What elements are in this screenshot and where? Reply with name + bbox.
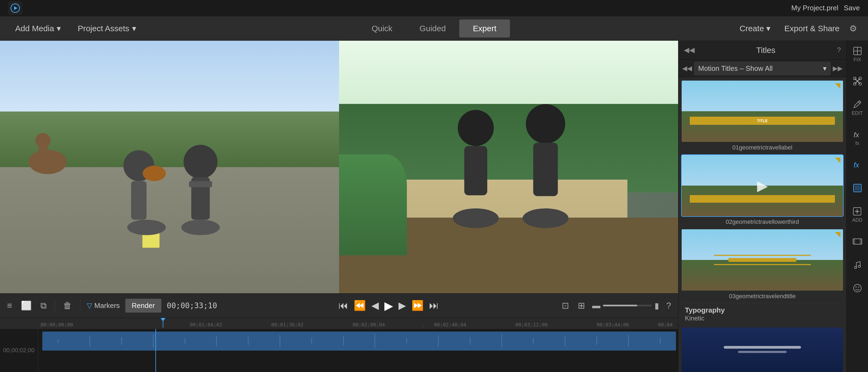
top-bar: My Project.prel Save — [0, 0, 868, 16]
add-media-label: Add Media — [15, 24, 54, 33]
volume-fill — [603, 305, 637, 306]
step-forward-button[interactable]: ▶ — [399, 300, 406, 311]
panel-collapse-button[interactable]: ◀◀ — [684, 46, 695, 54]
title-thumb-1[interactable]: TITLE — [681, 80, 844, 143]
title-thumb-kinetic[interactable] — [681, 327, 844, 372]
timeline-controls: ≡ ⬜ ⧉ 🗑 ▽ Markers Render 00;00;33;10 ⏮ ⏪… — [0, 293, 678, 318]
title-thumb-3[interactable] — [681, 229, 844, 291]
create-label: Create — [740, 24, 764, 33]
titles-filter: ◀◀ Motion Titles – Show All ▾ ▶▶ — [678, 60, 846, 77]
project-assets-button[interactable]: Project Assets ▾ — [73, 21, 140, 36]
titles-panel: ◀◀ Titles ? ◀◀ Motion Titles – Show All … — [678, 41, 846, 372]
title-name-1: 01geometrictravellabel — [681, 144, 844, 151]
timeline-tracks: 00;00;02;00 — [0, 329, 678, 372]
title-item-1[interactable]: TITLE 01geometrictravellabel — [681, 80, 844, 151]
overlay-settings-icon[interactable]: ⊡ — [560, 299, 571, 312]
markers-button[interactable]: ▽ Markers — [87, 302, 120, 310]
play-button[interactable]: ▶ — [384, 299, 393, 312]
help-icon[interactable]: ? — [664, 299, 673, 312]
typography-label: Typography — [685, 306, 840, 314]
add-media-button[interactable]: Add Media ▾ — [11, 21, 65, 36]
video-track-icon[interactable] — [850, 234, 865, 249]
svg-point-7 — [183, 145, 217, 179]
fix-label: FIX — [854, 57, 861, 63]
add-label: ADD — [852, 217, 862, 223]
timeline-settings-icon[interactable]: ≡ — [5, 299, 14, 312]
timeline-area: ≡ ⬜ ⧉ 🗑 ▽ Markers Render 00;00;33;10 ⏮ ⏪… — [0, 293, 678, 372]
fix-button[interactable]: FIX — [850, 43, 865, 65]
motion-fx-button[interactable]: fx — [850, 157, 865, 172]
save-button[interactable]: Save — [844, 4, 860, 12]
divider-2 — [80, 300, 80, 311]
trim-button[interactable] — [850, 73, 865, 89]
svg-point-2 — [127, 219, 166, 235]
project-name: My Project.prel — [791, 4, 838, 12]
filter-dropdown-arrow: ▾ — [823, 64, 827, 73]
titles-filter-dropdown[interactable]: Motion Titles – Show All ▾ — [694, 62, 831, 75]
settings-icon[interactable]: ⚙ — [849, 23, 857, 34]
kinetic-label: Kinetic — [685, 314, 840, 322]
toolbar-left: Add Media ▾ Project Assets ▾ — [11, 21, 358, 36]
volume-max-icon: ▮ — [654, 301, 659, 310]
svg-point-13 — [458, 110, 494, 146]
title-play-icon-2[interactable]: ▶ — [757, 178, 768, 194]
edit-label: EDIT — [852, 111, 863, 116]
title-thumb-bg-3 — [682, 229, 843, 290]
timeline-wrapper: 00;00;00;00 00;01;04;02 00;01;36;02 00;0… — [0, 318, 678, 372]
emoji-icon[interactable] — [850, 281, 865, 296]
titles-help-button[interactable]: ? — [837, 46, 841, 54]
svg-point-18 — [522, 208, 568, 228]
fit-icon[interactable]: ⊞ — [576, 299, 587, 312]
add-button[interactable]: ADD — [849, 204, 865, 226]
svg-point-42 — [856, 286, 857, 288]
fx-button[interactable]: fx fx — [850, 127, 865, 149]
video-right — [339, 41, 678, 293]
main-content: ≡ ⬜ ⧉ 🗑 ▽ Markers Render 00;00;33;10 ⏮ ⏪… — [0, 41, 868, 372]
top-bar-right: My Project.prel Save — [791, 4, 860, 12]
svg-point-5 — [143, 165, 165, 181]
go-start-button[interactable]: ⏮ — [339, 300, 348, 311]
filter-prev-button[interactable]: ◀◀ — [682, 65, 692, 72]
render-button[interactable]: Render — [125, 299, 161, 313]
expert-mode-button[interactable]: Expert — [459, 20, 510, 37]
toolbar-right: Create ▾ Export & Share ⚙ — [510, 21, 857, 36]
svg-rect-14 — [464, 146, 488, 195]
create-button[interactable]: Create ▾ — [735, 21, 775, 36]
svg-rect-17 — [533, 143, 558, 196]
title-item-kinetic[interactable] — [681, 327, 844, 372]
svg-rect-38 — [860, 239, 862, 244]
clip-icon[interactable]: ⧉ — [39, 299, 48, 312]
svg-marker-1 — [14, 6, 18, 10]
rewind-button[interactable]: ⏪ — [354, 300, 366, 311]
edit-button[interactable]: EDIT — [849, 97, 866, 119]
video-preview — [0, 41, 678, 293]
quick-mode-button[interactable]: Quick — [358, 20, 406, 37]
svg-point-15 — [453, 208, 499, 228]
fx-label: fx — [855, 141, 859, 146]
filter-label: Motion Titles – Show All — [698, 64, 773, 73]
toolbar: Add Media ▾ Project Assets ▾ Quick Guide… — [0, 16, 868, 41]
step-back-button[interactable]: ◀ — [371, 300, 379, 311]
music-icon[interactable] — [850, 257, 865, 272]
track-label: 00;00;02;00 — [3, 347, 34, 354]
monitor-icon[interactable]: ⬜ — [19, 299, 33, 312]
add-media-dropdown-icon: ▾ — [57, 24, 61, 33]
title-item-2[interactable]: ▶ 02geometrictravellowerthird — [681, 154, 844, 225]
video-track — [42, 332, 676, 350]
typography-section: Typography Kinetic — [681, 303, 844, 324]
title-item-3[interactable]: 03geometrictravelendtitle — [681, 229, 844, 300]
volume-bar[interactable] — [603, 305, 652, 306]
export-button[interactable]: Export & Share — [780, 21, 844, 36]
left-panel: ≡ ⬜ ⧉ 🗑 ▽ Markers Render 00;00;33;10 ⏮ ⏪… — [0, 41, 678, 372]
title-thumb-2[interactable]: ▶ — [681, 154, 844, 217]
volume-icon[interactable]: ▬ — [592, 301, 600, 310]
mode-selector: Quick Guided Expert — [358, 20, 510, 37]
fast-forward-button[interactable]: ⏩ — [411, 300, 424, 311]
color-button[interactable] — [850, 180, 865, 196]
svg-point-41 — [854, 284, 861, 292]
guided-mode-button[interactable]: Guided — [406, 20, 460, 37]
delete-icon[interactable]: 🗑 — [62, 299, 73, 312]
filter-next-button[interactable]: ▶▶ — [833, 65, 842, 72]
svg-point-16 — [526, 104, 565, 143]
go-end-button[interactable]: ⏭ — [429, 300, 439, 311]
